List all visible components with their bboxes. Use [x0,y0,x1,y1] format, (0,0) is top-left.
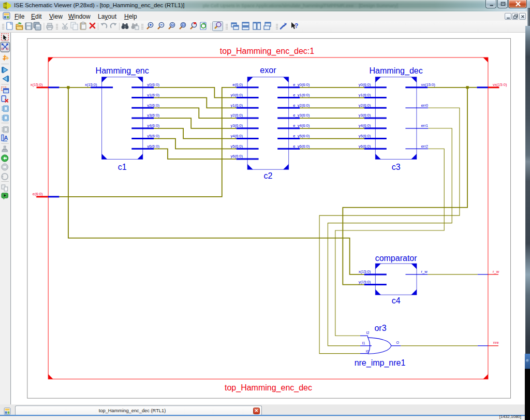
svg-text:I1: I1 [362,341,365,345]
svg-text:c2: c2 [263,171,272,180]
svg-text:e_y4(6:0): e_y4(6:0) [293,123,310,128]
svg-text:r_w: r_w [421,269,428,274]
svg-text:or3: or3 [374,324,386,332]
svg-text:c3: c3 [392,163,401,171]
svg-text:I2: I2 [366,331,370,335]
svg-text:e(6:0): e(6:0) [232,82,243,87]
svg-text:y4(6:0): y4(6:0) [147,123,159,128]
svg-text:y0(6:0): y0(6:0) [147,82,159,87]
svg-text:y1(6:0): y1(6:0) [359,93,371,97]
svg-text:err2: err2 [421,144,428,149]
svg-text:A: A [4,135,8,141]
svg-text:err0: err0 [421,103,428,108]
svg-text:r_w: r_w [493,269,499,274]
svg-text:x(15:0): x(15:0) [31,82,43,87]
svg-text:O: O [396,341,400,344]
svg-text:y0(6:0): y0(6:0) [359,82,371,87]
svg-text:e_y3(6:0): e_y3(6:0) [293,113,310,118]
svg-text:top_Hamming_enc_dec:1: top_Hamming_enc_dec:1 [220,47,314,56]
svg-text:e_y6(6:0): e_y6(6:0) [293,144,310,149]
svg-text:c1: c1 [118,163,127,171]
svg-text:Hamming_dec: Hamming_dec [370,66,423,76]
svg-text:y5(6:0): y5(6:0) [147,134,159,138]
svg-text:comparator: comparator [375,254,418,263]
svg-text:y3(6:0): y3(6:0) [147,113,159,118]
svg-text:y6(6:0): y6(6:0) [359,144,371,149]
svg-text:vx(15:0): vx(15:0) [421,82,435,87]
svg-text:exor: exor [260,66,276,75]
svg-text:y6(6:0): y6(6:0) [147,144,159,149]
svg-text:e_y0(6:0): e_y0(6:0) [293,82,310,87]
svg-text:y0(6:0): y0(6:0) [230,93,243,97]
svg-text:y1(6:0): y1(6:0) [230,103,243,108]
svg-text:e_y2(6:0): e_y2(6:0) [293,103,310,108]
svg-text:y5(6:0): y5(6:0) [359,134,371,138]
svg-text:y3(6:0): y3(6:0) [230,123,243,128]
svg-text:y4(6:0): y4(6:0) [359,123,371,128]
svg-text:nre: nre [493,340,499,345]
svg-text:Hamming_enc: Hamming_enc [96,66,149,76]
svg-text:vx(15:0): vx(15:0) [493,82,507,87]
svg-text:y3(6:0): y3(6:0) [359,113,371,118]
svg-text:y4(6:0): y4(6:0) [230,134,243,138]
svg-text:e(6:0): e(6:0) [33,192,43,196]
svg-text:e_y1(6:0): e_y1(6:0) [293,93,310,97]
svg-text:top_Hamming_enc_dec: top_Hamming_enc_dec [225,383,312,393]
svg-text:?: ? [295,22,298,30]
svg-text:y1(6:0): y1(6:0) [147,93,159,97]
svg-text:e_y5(6:0): e_y5(6:0) [293,134,310,138]
svg-text:y6(6:0): y6(6:0) [230,154,243,158]
svg-text:x(15:0): x(15:0) [359,269,371,274]
svg-text:nre_imp_nre1: nre_imp_nre1 [355,358,406,368]
svg-text:y2(6:0): y2(6:0) [359,103,371,108]
svg-text:c4: c4 [392,296,401,305]
svg-text:y(15:0): y(15:0) [359,280,371,284]
svg-text:y2(6:0): y2(6:0) [147,103,159,108]
svg-text:y5(6:0): y5(6:0) [230,144,243,149]
svg-text:y2(6:0): y2(6:0) [230,113,243,118]
svg-text:err1: err1 [421,123,428,128]
svg-text:x(15:0): x(15:0) [85,82,97,87]
svg-text:I0: I0 [366,350,369,353]
